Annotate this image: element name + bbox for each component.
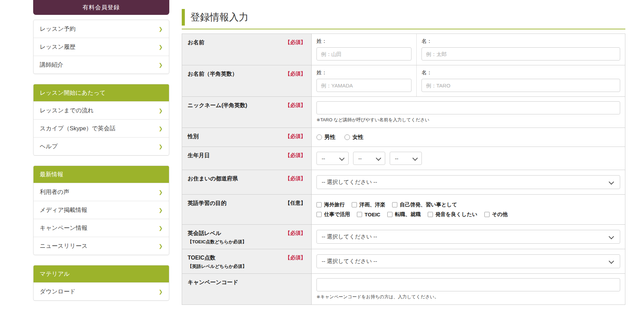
sidebar-item[interactable]: ニュースリリース❯ (34, 237, 169, 255)
radio-icon[interactable] (316, 134, 322, 140)
toeic-score-select[interactable]: -- 選択してください -- (316, 254, 620, 268)
name-field: 姓： (312, 65, 416, 96)
sidebar-item[interactable]: 利用者の声❯ (34, 183, 169, 201)
form-row-english-level: 英会話レベル【TOEIC点数どちらか必須】【必須】-- 選択してください -- (182, 225, 625, 249)
checkbox-icon[interactable] (352, 202, 357, 207)
checkbox-label: 発音を良くしたい (435, 211, 477, 218)
form-row-name-romaji: お名前（半角英数）【必須】姓：名： (182, 65, 625, 97)
row-label-text: お名前（半角英数） (188, 71, 237, 78)
main-content: 登録情報入力 お名前【必須】姓：名：お名前（半角英数）【必須】姓：名：ニックネー… (182, 9, 625, 305)
purpose-checkbox[interactable]: 洋画、洋楽 (352, 202, 385, 208)
sidebar-item[interactable]: メディア掲載情報❯ (34, 201, 169, 219)
row-label: ニックネーム(半角英数) (188, 102, 247, 109)
form-label-cell: お名前（半角英数）【必須】 (182, 65, 311, 96)
sidebar-group: レッスン予約❯レッスン履歴❯講師紹介❯ (33, 20, 169, 74)
row-label: TOEIC点数【英語レベルどちらか必須】 (188, 254, 247, 270)
sidebar-item-label: スカイプ（Skype）で英会話 (40, 124, 115, 132)
form-row-full-name: お名前【必須】姓：名： (182, 34, 625, 65)
row-label: 性別 (188, 133, 199, 140)
year-select[interactable]: -- (316, 152, 349, 165)
campaign-code-input[interactable] (316, 278, 620, 291)
form-label-cell: キャンペーンコード (182, 274, 311, 305)
form-value-cell: ※TARO など講師が呼びやすい名前を入力してください (311, 97, 625, 128)
name-field: 姓： (312, 34, 416, 65)
month-select[interactable]: -- (353, 152, 385, 165)
required-badge: 【必須】 (285, 133, 306, 140)
checkbox-icon[interactable] (316, 212, 322, 217)
form-value-cell: 海外旅行洋画、洋楽自己啓発、習い事として仕事で活用TOEIC転職、就職発音を良く… (311, 195, 625, 224)
row-label-text: お住まいの都道府県 (188, 175, 238, 182)
form-row-gender: 性別【必須】男性女性 (182, 128, 625, 147)
full-name-first-input[interactable] (422, 47, 620, 60)
row-label: キャンペーンコード (188, 279, 238, 286)
paid-member-register-button[interactable]: 有料会員登録 (33, 0, 169, 15)
purpose-checkbox[interactable]: 海外旅行 (316, 202, 345, 208)
sidebar-item[interactable]: キャンペーン情報❯ (34, 219, 169, 237)
registration-form: お名前【必須】姓：名：お名前（半角英数）【必須】姓：名：ニックネーム(半角英数)… (182, 34, 625, 305)
sidebar-item[interactable]: 講師紹介❯ (34, 56, 169, 74)
sidebar-item[interactable]: ヘルプ❯ (34, 137, 169, 155)
sidebar-item[interactable]: ダウンロード❯ (34, 282, 169, 300)
nickname-input[interactable] (316, 101, 620, 114)
checkbox-icon[interactable] (484, 212, 490, 217)
gender-radio[interactable]: 女性 (344, 134, 363, 141)
purpose-checkbox[interactable]: 転職、就職 (387, 211, 421, 218)
form-label-cell: お名前【必須】 (182, 34, 311, 65)
name-romaji-last-input[interactable] (316, 79, 411, 92)
optional-badge: 【任意】 (285, 200, 306, 206)
gender-radio[interactable]: 男性 (316, 134, 335, 141)
checkbox-icon[interactable] (387, 212, 392, 217)
checkbox-icon[interactable] (357, 212, 362, 217)
row-label-text: 性別 (188, 133, 199, 140)
sidebar-item-label: ダウンロード (40, 288, 76, 296)
english-level-select[interactable]: -- 選択してください -- (316, 230, 620, 244)
checkbox-label: 仕事で活用 (324, 211, 350, 218)
chevron-right-icon: ❯ (159, 26, 163, 32)
required-badge: 【必須】 (285, 254, 306, 261)
day-select[interactable]: -- (390, 152, 422, 165)
field-label: 姓： (316, 69, 411, 76)
row-label-text: 英会話レベル (188, 230, 247, 237)
purpose-checkbox[interactable]: その他 (484, 211, 508, 218)
sidebar-item-label: ニュースリリース (40, 242, 87, 250)
page-title: 登録情報入力 (182, 9, 625, 26)
chevron-right-icon: ❯ (159, 108, 163, 113)
form-row-nickname: ニックネーム(半角英数)【必須】※TARO など講師が呼びやすい名前を入力してく… (182, 97, 625, 128)
form-row-toeic-score: TOEIC点数【英語レベルどちらか必須】【必須】-- 選択してください -- (182, 249, 625, 274)
row-label: お住まいの都道府県 (188, 175, 238, 182)
purpose-checkbox[interactable]: 自己啓発、習い事として (392, 202, 457, 208)
sidebar: 有料会員登録 レッスン予約❯レッスン履歴❯講師紹介❯レッスン開始にあたってレッス… (33, 0, 169, 301)
sidebar-group-header: マテリアル (34, 265, 169, 282)
checkbox-label: その他 (492, 211, 508, 218)
sidebar-group: レッスン開始にあたってレッスンまでの流れ❯スカイプ（Skype）で英会話❯ヘルプ… (33, 84, 169, 156)
form-value-cell: -- 選択してください -- (311, 249, 625, 273)
form-row-prefecture: お住まいの都道府県【必須】-- 選択してください -- (182, 170, 625, 195)
form-label-cell: ニックネーム(半角英数)【必須】 (182, 97, 311, 128)
checkbox-label: 海外旅行 (324, 202, 345, 208)
sidebar-item[interactable]: レッスンまでの流れ❯ (34, 101, 169, 119)
checkbox-icon[interactable] (428, 212, 433, 217)
sidebar-groups: レッスン予約❯レッスン履歴❯講師紹介❯レッスン開始にあたってレッスンまでの流れ❯… (33, 20, 169, 301)
checkbox-label: 自己啓発、習い事として (400, 202, 457, 208)
sidebar-item[interactable]: スカイプ（Skype）で英会話❯ (34, 119, 169, 137)
sidebar-item-label: ヘルプ (40, 142, 58, 150)
sidebar-item[interactable]: レッスン予約❯ (34, 20, 169, 38)
row-label-text: ニックネーム(半角英数) (188, 102, 247, 109)
full-name-last-input[interactable] (316, 47, 411, 60)
checkbox-icon[interactable] (392, 202, 397, 207)
sidebar-item-label: 利用者の声 (40, 188, 69, 196)
prefecture-select[interactable]: -- 選択してください -- (316, 175, 620, 189)
form-value-cell: -- 選択してください -- (311, 170, 625, 194)
form-value-cell: 姓：名： (311, 65, 625, 96)
sidebar-item-label: レッスン予約 (40, 25, 76, 33)
purpose-checkbox[interactable]: TOEIC (357, 212, 380, 217)
checkbox-icon[interactable] (316, 202, 322, 207)
sidebar-item[interactable]: レッスン履歴❯ (34, 38, 169, 56)
purpose-checkbox[interactable]: 発音を良くしたい (428, 211, 477, 218)
form-value-cell: 姓：名： (311, 34, 625, 65)
row-label: お名前 (188, 39, 204, 46)
purpose-checkbox[interactable]: 仕事で活用 (316, 211, 350, 218)
name-romaji-first-input[interactable] (422, 79, 620, 92)
radio-icon[interactable] (344, 134, 350, 140)
sidebar-group: マテリアルダウンロード❯ (33, 265, 169, 301)
